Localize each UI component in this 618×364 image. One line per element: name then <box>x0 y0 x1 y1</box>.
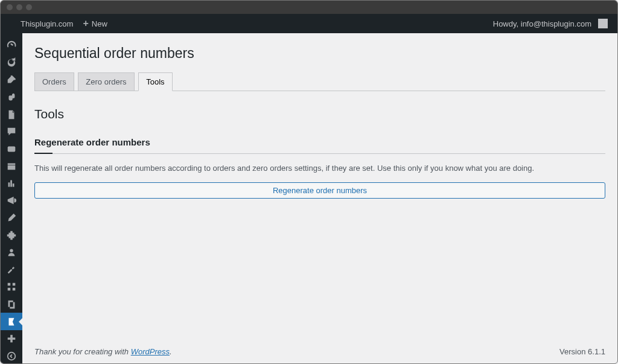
window-zoom-dot[interactable] <box>26 4 32 10</box>
tab-zero-orders[interactable]: Zero orders <box>78 72 134 91</box>
sidebar-item-settings[interactable] <box>1 278 22 296</box>
sidebar-item-appearance[interactable] <box>1 209 22 227</box>
sidebar-item-comments[interactable] <box>1 123 22 141</box>
sub-heading: Regenerate order numbers <box>34 137 605 154</box>
tabs: Orders Zero orders Tools <box>34 72 605 91</box>
sidebar-item-updates[interactable] <box>1 54 22 72</box>
svg-point-5 <box>8 352 16 360</box>
sidebar-item-products[interactable] <box>1 158 22 175</box>
greeting-label: Howdy, info@thisplugin.com <box>493 19 591 28</box>
footer-version: Version 6.1.1 <box>559 347 605 356</box>
window-minimize-dot[interactable] <box>16 4 22 10</box>
admin-bar: Thisplugin.com + New Howdy, info@thisplu… <box>1 14 617 33</box>
sidebar-item-users[interactable] <box>1 244 22 261</box>
avatar <box>598 19 608 28</box>
footer-wordpress-link[interactable]: WordPress <box>131 347 170 356</box>
sidebar-item-generic1[interactable] <box>1 296 22 313</box>
svg-rect-4 <box>13 288 16 291</box>
window-titlebar <box>1 1 617 14</box>
svg-rect-1 <box>8 283 11 286</box>
description-text: This will regenerate all order numbers a… <box>34 164 605 173</box>
content-area: Sequential order numbers Orders Zero ord… <box>22 33 617 364</box>
tab-tools[interactable]: Tools <box>138 72 172 91</box>
window-close-dot[interactable] <box>7 4 13 10</box>
site-name-label: Thisplugin.com <box>21 19 73 28</box>
section-heading: Tools <box>34 107 605 121</box>
sidebar-item-pages[interactable] <box>1 106 22 123</box>
wp-logo-menu[interactable] <box>3 14 13 33</box>
sidebar-item-woocommerce[interactable] <box>1 140 22 158</box>
sidebar-item-marketing[interactable] <box>1 192 22 209</box>
sidebar-item-plugins[interactable] <box>1 226 22 244</box>
page-title: Sequential order numbers <box>34 39 605 65</box>
sidebar-item-generic2[interactable] <box>1 330 22 348</box>
site-menu[interactable]: Thisplugin.com <box>13 14 78 33</box>
footer-thanks-suffix: . <box>170 347 172 356</box>
footer-thanks: Thank you for creating with WordPress. <box>34 347 172 356</box>
sidebar-item-analytics[interactable] <box>1 175 22 193</box>
account-menu[interactable]: Howdy, info@thisplugin.com <box>488 14 613 33</box>
sidebar-item-media[interactable] <box>1 89 22 106</box>
svg-rect-0 <box>8 146 16 152</box>
tab-orders[interactable]: Orders <box>34 72 74 91</box>
new-content-menu[interactable]: + New <box>78 14 112 33</box>
admin-sidebar <box>1 33 22 364</box>
regenerate-button[interactable]: Regenerate order numbers <box>34 182 605 199</box>
sidebar-item-tools[interactable] <box>1 261 22 279</box>
admin-footer: Thank you for creating with WordPress. V… <box>34 340 605 364</box>
sidebar-collapse[interactable] <box>1 347 22 364</box>
svg-rect-2 <box>13 283 16 286</box>
sidebar-item-sequential-orders[interactable] <box>1 313 22 330</box>
plus-icon: + <box>83 18 88 29</box>
sidebar-item-dashboard[interactable] <box>1 37 22 54</box>
new-label: New <box>92 19 107 28</box>
svg-rect-3 <box>8 288 11 291</box>
footer-thanks-prefix: Thank you for creating with <box>34 347 131 356</box>
sidebar-item-posts[interactable] <box>1 71 22 89</box>
